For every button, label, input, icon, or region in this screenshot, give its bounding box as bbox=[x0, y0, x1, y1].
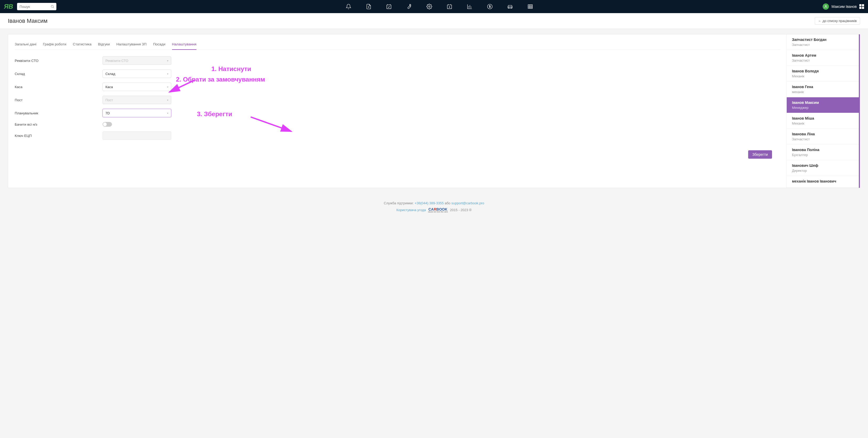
support-label: Служба підтримки: bbox=[384, 201, 414, 205]
chevron-down-icon: ▾ bbox=[167, 72, 168, 75]
support-email[interactable]: support@carbook.pro bbox=[451, 201, 484, 205]
employee-name: Іванов Артем bbox=[792, 53, 855, 57]
main-card: Загальні дані Графік роботи Статистика В… bbox=[8, 34, 860, 188]
cashbox-select[interactable]: Каса ▾ bbox=[102, 83, 171, 91]
support-phone[interactable]: +38(044) 389-3355 bbox=[414, 201, 444, 205]
car-icon[interactable] bbox=[507, 4, 513, 9]
app-logo: ЯB bbox=[4, 3, 13, 10]
employee-name: Іванов Володя bbox=[792, 69, 855, 73]
employee-role: Запчастист bbox=[792, 43, 855, 47]
see-all-label: Бачити всі н/з bbox=[15, 123, 102, 126]
employee-name: Іванова Ліна bbox=[792, 132, 855, 136]
apps-icon[interactable] bbox=[859, 4, 864, 9]
wrench-icon[interactable] bbox=[406, 4, 412, 9]
arrow-left-icon: ← bbox=[818, 19, 822, 23]
employee-role: Директор bbox=[792, 169, 855, 173]
tabs: Загальні дані Графік роботи Статистика В… bbox=[15, 42, 780, 50]
user-agreement-link[interactable]: Користувача угода bbox=[397, 208, 426, 212]
employee-item[interactable]: Іванович ШефДиректор bbox=[787, 160, 860, 176]
employee-role: Механік bbox=[792, 121, 855, 125]
employee-item[interactable]: Іванов АртемЗапчастист bbox=[787, 50, 860, 66]
grid-icon[interactable] bbox=[527, 4, 533, 9]
ecp-input[interactable] bbox=[102, 131, 171, 140]
user-avatar-icon bbox=[823, 3, 829, 10]
employee-name: Іванов Максим bbox=[792, 100, 855, 105]
employee-role: Запчастист bbox=[792, 137, 855, 141]
employee-role: механік bbox=[792, 90, 855, 94]
tab-salary[interactable]: Налаштування ЗП bbox=[117, 42, 147, 50]
employee-item[interactable]: Іванов МішаМеханік bbox=[787, 113, 860, 129]
calendar-plus-icon[interactable] bbox=[446, 4, 452, 9]
file-plus-icon[interactable] bbox=[366, 4, 372, 9]
ecp-label: Ключ ЕЦП bbox=[15, 134, 102, 138]
svg-point-0 bbox=[51, 5, 53, 7]
page-title: Іванов Максим bbox=[8, 18, 48, 24]
employee-sidebar: Запчастист БогданЗапчастистІванов АртемЗ… bbox=[786, 34, 860, 188]
header-user[interactable]: Максим Іванов bbox=[823, 3, 864, 10]
search-icon[interactable] bbox=[51, 5, 54, 9]
employee-item[interactable]: Іванов ВолодяМеханік bbox=[787, 66, 860, 82]
svg-point-27 bbox=[825, 5, 827, 6]
requisites-select: Реквізити СТО ▾ bbox=[102, 56, 171, 65]
chevron-down-icon: ▾ bbox=[167, 86, 168, 88]
svg-point-7 bbox=[429, 6, 430, 7]
employee-name: Запчастист Богдан bbox=[792, 37, 855, 42]
save-button[interactable]: Зберегти bbox=[748, 150, 772, 159]
employee-item[interactable]: Іванова ПолінаБухгалтер bbox=[787, 145, 860, 160]
employee-list: Запчастист БогданЗапчастистІванов АртемЗ… bbox=[787, 34, 860, 188]
footer: Служба підтримки: +38(044) 389-3355 або … bbox=[0, 193, 868, 218]
calendar-check-icon[interactable] bbox=[386, 4, 392, 9]
post-select: Пост ▾ bbox=[102, 96, 171, 104]
footer-years: 2015 - 2023 ® bbox=[450, 208, 472, 212]
tab-general[interactable]: Загальні дані bbox=[15, 42, 36, 50]
employee-role: Запчастист bbox=[792, 59, 855, 62]
main-content: Загальні дані Графік роботи Статистика В… bbox=[8, 34, 786, 188]
warehouse-select[interactable]: Склад ▾ bbox=[102, 69, 171, 78]
dollar-icon[interactable] bbox=[487, 4, 493, 9]
tab-settings[interactable]: Налаштування bbox=[172, 42, 196, 50]
back-link-label: до списку працівників bbox=[823, 19, 857, 23]
footer-or: або bbox=[445, 201, 451, 205]
planner-select[interactable]: 7D ▾ bbox=[102, 109, 171, 117]
employee-role: Механік bbox=[792, 74, 855, 78]
employee-name: Іванов Гена bbox=[792, 85, 855, 89]
tab-reviews[interactable]: Відгуки bbox=[98, 42, 110, 50]
employee-item[interactable]: Іванов МаксимМенеджер bbox=[787, 97, 860, 113]
gear-icon[interactable] bbox=[426, 4, 432, 9]
bell-icon[interactable] bbox=[346, 4, 351, 9]
planner-label: Планувальник bbox=[15, 111, 102, 115]
scroll-indicator bbox=[859, 34, 860, 188]
svg-rect-22 bbox=[528, 5, 533, 9]
requisites-label: Реквізити СТО bbox=[15, 59, 102, 63]
tab-positions[interactable]: Посади bbox=[153, 42, 165, 50]
tab-schedule[interactable]: Графік роботи bbox=[43, 42, 66, 50]
employee-name: Іванова Поліна bbox=[792, 148, 855, 152]
employee-item[interactable]: механік Іванов Іванович bbox=[787, 176, 860, 188]
header-nav-icons bbox=[56, 4, 823, 9]
title-bar: Іванов Максим ← до списку працівників bbox=[0, 13, 868, 29]
employee-item[interactable]: Іванова ЛінаЗапчастист bbox=[787, 129, 860, 145]
carbook-logo: CARBOOK cause we love the cars bbox=[428, 207, 448, 213]
employee-name: механік Іванов Іванович bbox=[792, 179, 855, 183]
employee-role: Менеджер bbox=[792, 106, 855, 110]
svg-rect-4 bbox=[387, 5, 391, 9]
app-header: ЯB Максим Іванов bbox=[0, 0, 868, 13]
employee-item[interactable]: Запчастист БогданЗапчастист bbox=[787, 34, 860, 50]
back-to-list-button[interactable]: ← до списку працівників bbox=[815, 17, 860, 25]
chevron-down-icon: ▾ bbox=[167, 59, 168, 62]
employee-name: Іванов Міша bbox=[792, 116, 855, 120]
user-name: Максим Іванов bbox=[832, 4, 857, 9]
chevron-down-icon: ▾ bbox=[167, 112, 168, 115]
chevron-down-icon: ▾ bbox=[167, 99, 168, 101]
tab-stats[interactable]: Статистика bbox=[73, 42, 92, 50]
employee-item[interactable]: Іванов Генамеханік bbox=[787, 82, 860, 97]
search-box bbox=[17, 3, 56, 10]
svg-line-1 bbox=[53, 7, 54, 8]
employee-role: Бухгалтер bbox=[792, 153, 855, 157]
employee-name: Іванович Шеф bbox=[792, 163, 855, 167]
post-label: Пост bbox=[15, 98, 102, 102]
cashbox-label: Каса bbox=[15, 85, 102, 89]
chart-icon[interactable] bbox=[467, 4, 472, 9]
warehouse-label: Склад bbox=[15, 72, 102, 76]
see-all-toggle[interactable] bbox=[102, 122, 112, 127]
